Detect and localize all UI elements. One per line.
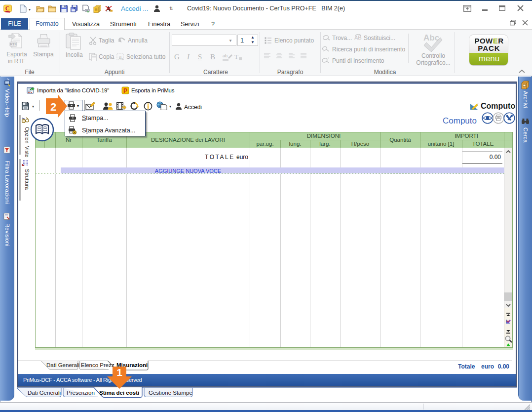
svg-text:a: a <box>119 54 122 60</box>
svg-text:T: T <box>234 53 238 60</box>
svg-text:P: P <box>123 87 127 94</box>
svg-text:2: 2 <box>50 101 56 113</box>
svg-text:1: 1 <box>116 367 122 378</box>
svg-text:RTF: RTF <box>10 42 17 46</box>
svg-text:ab: ab <box>223 53 228 58</box>
